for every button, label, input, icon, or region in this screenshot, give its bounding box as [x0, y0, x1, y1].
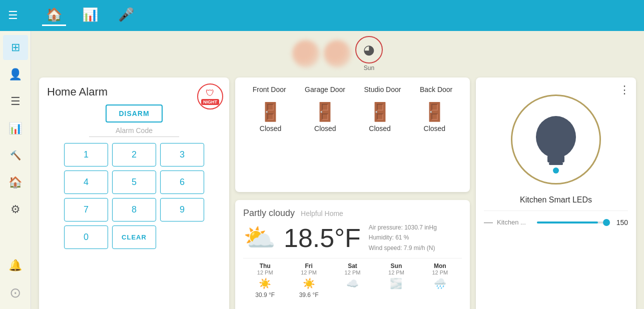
humidity: Humidity: 61 %	[369, 232, 437, 242]
door-item-back: 🚪 Closed	[423, 102, 446, 132]
light-separator	[484, 210, 628, 211]
nav-icons: 🏠 📊 🎤	[42, 5, 138, 26]
sidebar-item-bell[interactable]: 🔔	[3, 253, 28, 278]
light-slider-thumb	[603, 219, 610, 226]
svg-rect-2	[549, 162, 563, 165]
light-slider-fill	[537, 222, 598, 224]
door-status-studio: Closed	[369, 124, 391, 132]
more-options-icon[interactable]: ⋮	[619, 84, 630, 96]
alarm-code-label: Alarm Code	[47, 126, 221, 134]
key-1[interactable]: 1	[64, 143, 108, 166]
door-icon-front: 🚪	[259, 102, 282, 122]
forecast-sun: Sun 12 PM 🌫️	[374, 262, 418, 298]
sun-blurred-icon-2	[324, 40, 351, 68]
key-7[interactable]: 7	[64, 198, 108, 222]
forecast-row: Thu 12 PM ☀️ 30.9 °F Fri 12 PM ☀️ 39.6 °…	[243, 258, 462, 298]
key-3[interactable]: 3	[160, 143, 204, 166]
back-door-label: Back Door	[420, 86, 452, 94]
clear-button[interactable]: CLEAR	[112, 226, 156, 249]
nav-mic-icon[interactable]: 🎤	[114, 5, 138, 26]
sidebar-item-person[interactable]: 👤	[3, 62, 28, 87]
alarm-badge-label: NIGHT	[201, 99, 219, 105]
wind-speed: Wind speed: 7.9 mi/h (N)	[369, 243, 437, 253]
sidebar: ⊞ 👤 ☰ 📊 🔨 🏠 ⚙ 🔔 ⊙	[0, 31, 31, 309]
door-status-back: Closed	[424, 124, 446, 132]
keypad: 1 2 3 4 5 6 7 8 9 0 CLEAR	[64, 143, 204, 249]
light-dot	[553, 168, 559, 174]
weather-main: ⛅ 18.5°F Air pressure: 1030.7 inHg Humid…	[243, 222, 462, 253]
door-icon-studio: 🚪	[369, 102, 391, 122]
alarm-title: Home Alarm	[47, 86, 108, 98]
forecast-fri: Fri 12 PM ☀️ 39.6 °F	[287, 262, 330, 298]
weather-panel: Partly cloudy Helpful Home ⛅ 18.5°F Air …	[235, 200, 470, 309]
sidebar-item-avatar[interactable]: ⊙	[3, 280, 28, 305]
door-item-front: 🚪 Closed	[259, 102, 282, 132]
doors-panel: Front Door Garage Door Studio Door Back …	[235, 78, 470, 192]
garage-door-label: Garage Door	[305, 86, 345, 94]
door-status-front: Closed	[260, 124, 282, 132]
sidebar-item-grid[interactable]: ⊞	[3, 35, 28, 60]
door-item-garage: 🚪 Closed	[314, 102, 336, 132]
sidebar-item-gear[interactable]: ⚙	[3, 197, 28, 222]
alarm-panel: Home Alarm 🛡 NIGHT DISARM Alarm Code 1 2…	[39, 78, 229, 309]
weather-header: Partly cloudy Helpful Home	[243, 208, 462, 218]
svg-rect-1	[547, 156, 564, 162]
forecast-mon: Mon 12 PM 🌧️	[418, 262, 462, 298]
nav-chart-icon[interactable]: 📊	[78, 5, 102, 26]
disarm-button[interactable]: DISARM	[106, 104, 162, 122]
front-door-label: Front Door	[253, 86, 286, 94]
middle-panel: Front Door Garage Door Studio Door Back …	[235, 78, 470, 309]
nav-home-icon[interactable]: 🏠	[42, 5, 66, 26]
light-control-icon: —	[484, 217, 493, 228]
weather-condition: Partly cloudy	[243, 208, 295, 218]
sun-label: Sun	[364, 64, 374, 72]
key-9[interactable]: 9	[160, 198, 204, 222]
main-content: ◕ Sun Home Alarm 🛡 NIGHT DISARM Alarm Co…	[31, 31, 644, 309]
weather-icons-row: ◕ Sun	[31, 31, 644, 74]
alarm-shield-icon: 🛡	[206, 88, 215, 98]
panels-row: Home Alarm 🛡 NIGHT DISARM Alarm Code 1 2…	[31, 74, 644, 309]
alarm-code-underline	[89, 136, 179, 137]
key-2[interactable]: 2	[112, 143, 156, 166]
top-nav: ☰ 🏠 📊 🎤	[0, 0, 644, 31]
weather-temp: 18.5°F	[284, 223, 361, 253]
light-control-row: — Kitchen ... 150	[484, 217, 628, 228]
alarm-badge[interactable]: 🛡 NIGHT	[197, 84, 223, 110]
doors-icons-row: 🚪 Closed 🚪 Closed 🚪 Closed 🚪 Closed	[243, 98, 462, 136]
svg-point-0	[536, 116, 576, 158]
light-bulb-svg	[506, 90, 606, 190]
sun-blurred-icon-1	[292, 40, 320, 68]
weather-details: Air pressure: 1030.7 inHg Humidity: 61 %…	[369, 222, 437, 253]
door-item-studio: 🚪 Closed	[369, 102, 391, 132]
key-4[interactable]: 4	[64, 170, 108, 194]
doors-header: Front Door Garage Door Studio Door Back …	[243, 86, 462, 94]
weather-cloud-icon: ⛅	[243, 222, 276, 253]
moon-icon: ◕	[355, 36, 383, 64]
key-0[interactable]: 0	[64, 226, 108, 249]
forecast-thu: Thu 12 PM ☀️ 30.9 °F	[243, 262, 287, 298]
door-icon-back: 🚪	[423, 102, 446, 122]
light-label: Kitchen ...	[497, 218, 533, 226]
key-6[interactable]: 6	[160, 170, 204, 194]
sidebar-item-hammer[interactable]: 🔨	[3, 143, 28, 168]
hamburger-icon[interactable]: ☰	[8, 9, 18, 22]
light-value: 150	[613, 218, 628, 226]
light-panel: ⋮ Kitchen Smart LEDs — Kitchen ...	[476, 78, 636, 309]
air-pressure: Air pressure: 1030.7 inHg	[369, 222, 437, 232]
sidebar-item-barchart[interactable]: 📊	[3, 116, 28, 141]
light-title: Kitchen Smart LEDs	[520, 196, 592, 204]
light-bulb-container	[506, 90, 606, 190]
light-slider[interactable]	[537, 222, 609, 224]
forecast-sat: Sat 12 PM ☁️	[331, 262, 374, 298]
weather-location: Helpful Home	[301, 210, 343, 218]
key-5[interactable]: 5	[112, 170, 156, 194]
door-icon-garage: 🚪	[314, 102, 336, 122]
door-status-garage: Closed	[314, 124, 336, 132]
key-8[interactable]: 8	[112, 198, 156, 222]
sidebar-item-home[interactable]: 🏠	[3, 170, 28, 195]
studio-door-label: Studio Door	[364, 86, 401, 94]
sidebar-item-list[interactable]: ☰	[3, 89, 28, 114]
